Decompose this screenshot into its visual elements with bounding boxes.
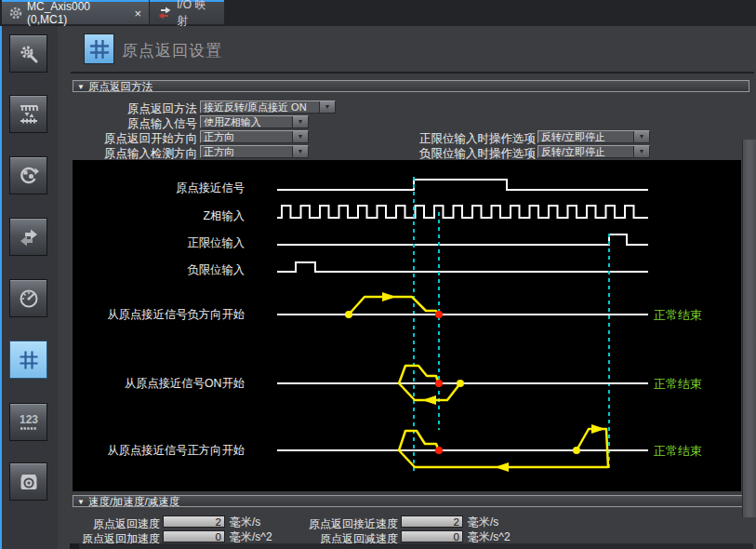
next-section-strip[interactable]: [70, 543, 753, 549]
chevron-down-icon[interactable]: ▼: [292, 146, 308, 157]
sidebar-item-unit-conversion[interactable]: [9, 95, 47, 133]
homing-crosshair-icon: [17, 348, 41, 372]
gear-icon: [9, 7, 22, 20]
positive-limit-action-dropdown[interactable]: 反转/立即停止 ▼: [537, 130, 650, 143]
section-header-speed[interactable]: ▼速度/加速度/减速度: [73, 495, 749, 507]
page-title: 原点返回设置: [122, 40, 222, 61]
homing-start-direction-dropdown[interactable]: 正方向 ▼: [200, 130, 309, 143]
signal-waveform: [277, 206, 648, 218]
start-point-dot: [345, 311, 352, 318]
chevron-down-icon[interactable]: ▼: [292, 131, 308, 142]
homing-page-icon: [84, 33, 114, 64]
start-point-dot: [573, 447, 580, 454]
chevron-down-icon[interactable]: ▼: [633, 146, 649, 157]
result-label: 正常结束: [654, 308, 702, 322]
signal-label: Z相输入: [204, 209, 245, 222]
sidebar-item-axis-settings[interactable]: [9, 34, 47, 73]
tab-close-icon[interactable]: ×: [134, 7, 141, 20]
form-row: 原点返回加速度 毫米/s^2 原点返回减速度 毫米/s^2: [58, 530, 756, 543]
section-title: 速度/加速度/减速度: [88, 496, 179, 507]
home-position-dot: [435, 311, 443, 318]
swap-arrows-icon: [17, 225, 41, 249]
signal-label: 正限位输入: [188, 236, 245, 249]
profile-label: 从原点接近信号正方向开始: [107, 444, 245, 457]
application-window: MC_Axis000 (0,MC1) × I/O 映射: [0, 0, 756, 549]
home-position-dot: [435, 380, 443, 387]
timing-diagram-svg: 原点接近信号Z相输入正限位输入负限位输入从原点接近信号负方向开始正常结束从原点接…: [73, 160, 741, 491]
homing-deceleration-input[interactable]: [401, 530, 463, 542]
start-point-dot: [457, 380, 464, 387]
unit-label: 毫米/s: [468, 516, 498, 529]
tab-label: I/O 映射: [177, 0, 217, 29]
sidebar-item-speed-settings[interactable]: [9, 279, 47, 317]
sidebar-item-io-operation[interactable]: [9, 218, 47, 256]
unit-label: 毫米/s^2: [230, 530, 272, 543]
motion-trace: [349, 297, 438, 315]
counter-123-icon: 123: [17, 410, 41, 435]
vertical-scrollbar[interactable]: [742, 140, 756, 517]
io-map-icon: [157, 6, 172, 20]
gear-wrench-icon: [17, 42, 41, 66]
home-input-detect-direction-dropdown[interactable]: 正方向 ▼: [200, 145, 309, 158]
form-row: 原点返回速度 毫米/s 原点返回接近速度 毫米/s: [58, 516, 756, 529]
tab-mc-axis000[interactable]: MC_Axis000 (0,MC1) ×: [2, 0, 149, 24]
dropdown-value: 使用Z相输入: [201, 116, 292, 127]
tab-label: MC_Axis000 (0,MC1): [27, 0, 127, 26]
title-separator: [71, 72, 754, 74]
unit-label: 毫米/s^2: [468, 530, 511, 543]
signal-label: 原点接近信号: [176, 181, 245, 194]
signal-waveform: [277, 234, 648, 245]
homing-settings-panel: 原点返回设置 ▼原点返回方法 原点返回方法 接近反转/原点接近 ON ▼ 原点输…: [58, 26, 756, 549]
form-row: 原点返回开始方向 正方向 ▼ 正限位输入时操作选项 反转/立即停止 ▼: [58, 130, 756, 143]
form-row: 原点输入信号 使用Z相输入 ▼: [58, 115, 756, 128]
negative-limit-action-dropdown[interactable]: 反转/立即停止 ▼: [537, 145, 650, 158]
unit-label: 毫米/s: [230, 516, 260, 529]
chevron-down-icon[interactable]: ▼: [319, 101, 335, 113]
section-header-homing-method[interactable]: ▼原点返回方法: [73, 80, 749, 92]
dropdown-value: 反转/立即停止: [538, 131, 633, 142]
dropdown-value: 正方向: [201, 131, 292, 142]
sidebar-item-encoder-settings[interactable]: [9, 156, 47, 194]
form-row: 原点返回方法 接近反转/原点接近 ON ▼: [58, 100, 756, 114]
document-tab-bar: MC_Axis000 (0,MC1) × I/O 映射: [0, 0, 756, 26]
home-input-signal-dropdown[interactable]: 使用Z相输入 ▼: [200, 115, 309, 128]
counter-icon-text: 123: [19, 413, 37, 426]
strip-nub: [70, 543, 79, 549]
homing-acceleration-input[interactable]: [163, 530, 225, 542]
signal-waveform: [277, 180, 648, 190]
dropdown-value: 反转/立即停止: [538, 146, 633, 157]
collapse-arrow-icon: ▼: [77, 498, 85, 506]
section-title: 原点返回方法: [88, 81, 153, 92]
homing-velocity-input[interactable]: [163, 516, 225, 528]
tab-io-map[interactable]: I/O 映射: [150, 0, 224, 24]
ruler-arrows-icon: [17, 102, 41, 127]
home-position-dot: [435, 447, 443, 454]
chevron-down-icon[interactable]: ▼: [633, 131, 649, 142]
signal-label: 负限位输入: [188, 263, 245, 276]
sidebar-accent-line: [0, 26, 2, 549]
homing-crosshair-icon: [87, 37, 112, 61]
rotary-encoder-icon: [17, 164, 41, 188]
homing-timing-diagram: 原点接近信号Z相输入正限位输入负限位输入从原点接近信号负方向开始正常结束从原点接…: [73, 160, 741, 491]
sidebar-item-position-count[interactable]: 123: [9, 403, 47, 441]
profile-label: 从原点接近信号ON开始: [125, 377, 245, 390]
settings-icon-sidebar: 123: [0, 26, 58, 549]
homing-method-dropdown[interactable]: 接近反转/原点接近 ON ▼: [200, 100, 336, 114]
collapse-arrow-icon: ▼: [77, 83, 85, 91]
dropdown-value: 正方向: [201, 146, 292, 157]
signal-waveform: [277, 262, 648, 272]
direction-arrow-icon: [495, 462, 509, 472]
sidebar-item-homing-settings[interactable]: [9, 341, 47, 379]
sidebar-item-servo-drive[interactable]: [9, 462, 47, 501]
homing-approach-velocity-input[interactable]: [401, 516, 463, 528]
dropdown-value: 接近反转/原点接近 ON: [201, 101, 319, 113]
direction-arrow-icon: [422, 395, 436, 405]
servo-drive-icon: [17, 470, 41, 494]
direction-arrow-icon: [591, 424, 605, 434]
form-row: 原点输入检测方向 正方向 ▼ 负限位输入时操作选项 反转/立即停止 ▼: [58, 145, 756, 158]
result-label: 正常结束: [654, 444, 702, 458]
chevron-down-icon[interactable]: ▼: [292, 116, 308, 127]
speed-gauge-icon: [17, 287, 41, 311]
profile-label: 从原点接近信号负方向开始: [107, 308, 245, 321]
direction-arrow-icon: [382, 292, 396, 301]
